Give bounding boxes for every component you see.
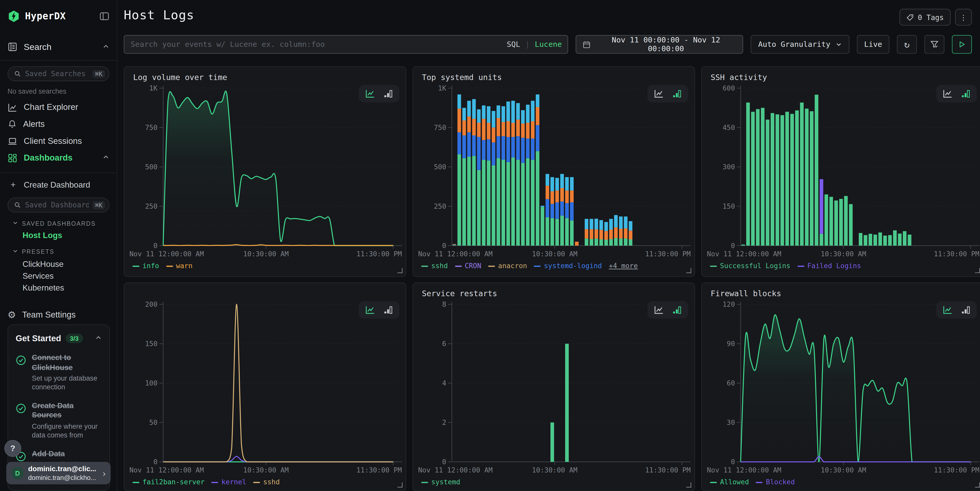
svg-text:1K: 1K (149, 84, 158, 92)
saved-searches-field[interactable] (25, 70, 89, 78)
shortcut-badge: ⌘K (92, 201, 105, 209)
panel-resize-handle[interactable] (975, 483, 980, 488)
run-query-button[interactable] (952, 35, 972, 54)
panel-resize-handle[interactable] (975, 268, 980, 273)
svg-text:Nov 11 12:00:00 AM: Nov 11 12:00:00 AM (129, 466, 204, 474)
panel-resize-handle[interactable] (398, 268, 402, 273)
bar-view-icon[interactable] (382, 305, 394, 315)
refresh-button[interactable]: ↻ (897, 35, 917, 54)
line-view-icon[interactable] (364, 89, 376, 99)
sidebar-item-team-settings[interactable]: ⚙ Team Settings (8, 308, 110, 321)
panel-title: Service restarts (422, 289, 497, 298)
bar-view-icon[interactable] (382, 89, 394, 99)
lucene-toggle-option[interactable]: Lucene (535, 40, 562, 49)
panel-resize-handle[interactable] (686, 268, 691, 273)
panel-resize-handle[interactable] (398, 483, 402, 488)
sidebar-item-chart-explorer[interactable]: Chart Explorer (8, 99, 110, 116)
chart-canvas[interactable]: 200150100500Nov 11 12:00:00 AM10:30:00 A… (128, 299, 403, 474)
svg-text:0: 0 (731, 458, 735, 466)
svg-text:10:30:00 AM: 10:30:00 AM (532, 466, 578, 474)
legend-item[interactable]: Blocked (756, 478, 795, 486)
collapse-sidebar-icon[interactable] (99, 11, 110, 21)
chart-type-toggle (648, 85, 688, 102)
saved-dashboards-field[interactable] (25, 201, 89, 210)
sidebar-item-services[interactable]: Services (8, 271, 110, 281)
sidebar-item-alerts[interactable]: Alerts (8, 116, 110, 132)
chart-canvas[interactable]: 1K7505002500Nov 11 12:00:00 AM10:30:00 A… (417, 83, 692, 258)
legend-item[interactable]: sshd (421, 262, 448, 270)
svg-text:250: 250 (434, 202, 446, 210)
panel-resize-handle[interactable] (686, 483, 691, 488)
get-started-step[interactable]: Create Data SourcesConfigure where your … (16, 401, 102, 440)
user-menu[interactable]: D dominic.tran@clic... dominic.tran@clic… (6, 462, 111, 484)
legend-item[interactable]: CRON (455, 262, 481, 270)
legend-item[interactable]: anacron (488, 262, 527, 270)
tag-icon (907, 13, 914, 21)
dashboard-controls: SQL | Lucene Nov 11 00:00:00 - Nov 12 00… (124, 35, 972, 54)
svg-text:300: 300 (723, 163, 735, 171)
legend-item[interactable]: Allowed (710, 478, 749, 486)
event-search-input[interactable] (124, 35, 568, 54)
legend-swatch (534, 265, 541, 267)
sql-toggle-option[interactable]: SQL (507, 40, 520, 49)
section-presets[interactable]: PRESETS (8, 248, 110, 255)
chart-legend: fail2ban-server kernel sshd (132, 478, 280, 486)
svg-text:8: 8 (442, 300, 446, 308)
granularity-select[interactable]: Auto Granularity (751, 35, 850, 54)
svg-text:500: 500 (145, 163, 158, 171)
bar-view-icon[interactable] (671, 89, 682, 99)
legend-item[interactable]: kernel (212, 478, 246, 486)
legend-item[interactable]: fail2ban-server (132, 478, 205, 486)
sidebar-item-client-sessions[interactable]: Client Sessions (8, 132, 110, 149)
avatar: D (11, 467, 24, 480)
chart-canvas[interactable]: 6004503001500Nov 11 12:00:00 AM10:30:00 … (706, 83, 980, 258)
legend-item[interactable]: Failed Logins (797, 262, 861, 270)
chart-canvas[interactable]: 1K7505002500Nov 11 12:00:00 AM10:30:00 A… (128, 83, 403, 258)
date-range-picker[interactable]: Nov 11 00:00:00 - Nov 12 00:00:00 (576, 35, 743, 54)
line-view-icon[interactable] (653, 89, 665, 99)
line-view-icon[interactable] (364, 305, 376, 315)
help-button[interactable]: ? (5, 440, 21, 457)
legend-more-link[interactable]: +4 more (609, 262, 638, 270)
filter-button[interactable] (924, 35, 945, 54)
svg-text:750: 750 (145, 124, 158, 132)
sidebar-item-search[interactable]: Search (8, 40, 110, 54)
legend-swatch (421, 481, 428, 483)
chevron-up-icon[interactable] (95, 332, 102, 344)
legend-swatch (710, 481, 717, 483)
bar-view-icon[interactable] (960, 305, 971, 315)
bar-view-icon[interactable] (671, 305, 682, 315)
legend-item[interactable]: systemd (421, 478, 460, 486)
saved-searches-input[interactable]: ⌘K (8, 66, 110, 81)
legend-item[interactable]: systemd-logind (534, 262, 602, 270)
chart-canvas[interactable]: 1209060300Nov 11 12:00:00 AM10:30:00 AM1… (706, 299, 980, 474)
chart-canvas[interactable]: 86420Nov 11 12:00:00 AM10:30:00 AM11:30:… (417, 299, 692, 474)
section-saved-dashboards[interactable]: SAVED DASHBOARDS (8, 220, 110, 227)
bar-view-icon[interactable] (960, 89, 971, 99)
search-nav-icon (8, 42, 18, 52)
svg-text:10:30:00 AM: 10:30:00 AM (243, 250, 289, 258)
shortcut-badge: ⌘K (92, 70, 105, 78)
legend-item[interactable]: Successful Logins (710, 262, 790, 270)
svg-text:11:30:00 PM: 11:30:00 PM (645, 466, 691, 474)
line-view-icon[interactable] (942, 89, 953, 99)
more-options-button[interactable]: ⋮ (955, 9, 972, 26)
create-dashboard-button[interactable]: + Create Dashboard (8, 177, 110, 192)
svg-text:11:30:00 PM: 11:30:00 PM (356, 466, 402, 474)
legend-item[interactable]: info (132, 262, 159, 270)
line-view-icon[interactable] (942, 305, 953, 315)
check-circle-icon (16, 403, 26, 440)
sidebar-item-clickhouse[interactable]: ClickHouse (8, 259, 110, 269)
sidebar-item-dashboards[interactable]: Dashboards (8, 149, 110, 166)
chevron-up-icon (102, 153, 110, 162)
sidebar-item-kubernetes[interactable]: Kubernetes (8, 283, 110, 292)
sidebar-item-host-logs[interactable]: Host Logs (8, 230, 110, 240)
legend-item[interactable]: sshd (253, 478, 280, 486)
get-started-step[interactable]: Connect to ClickHouseSet up your databas… (16, 353, 102, 392)
tags-button[interactable]: 0 Tags (900, 9, 951, 26)
sidebar: HyperDX Search ⌘K No saved searches Char… (0, 0, 118, 491)
live-button[interactable]: Live (857, 35, 889, 54)
line-view-icon[interactable] (653, 305, 665, 315)
saved-dashboards-input[interactable]: ⌘K (8, 197, 110, 212)
legend-item[interactable]: warn (166, 262, 192, 270)
